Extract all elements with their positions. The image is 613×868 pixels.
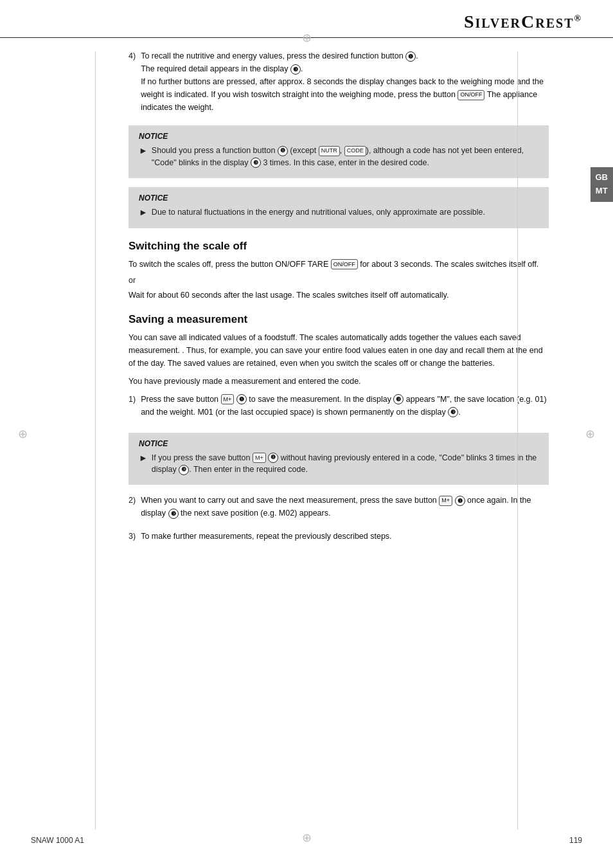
saving-step-3-para: To make further measurements, repeat the… <box>141 530 391 543</box>
notice-box-1: NOTICE ► Should you press a function but… <box>129 125 549 178</box>
notice-box-3: NOTICE ► If you press the save button M+… <box>129 433 549 485</box>
page: ⊕ ⊕ ⊕ ⊕ SilverCrest® GB MT 4) To recall … <box>0 0 613 868</box>
left-border <box>95 51 96 829</box>
step-4-para1: To recall the nutritive and energy value… <box>141 50 549 114</box>
saving-heading: Saving a measurement <box>129 313 549 326</box>
saving-intro: You can save all indicated values of a f… <box>129 331 549 370</box>
right-reg-mark: ⊕ <box>585 427 595 441</box>
saving-step-1: 1) Press the save button M+ ❶ to save th… <box>129 393 549 424</box>
icon-display-s2: ❸ <box>168 509 179 519</box>
saving-step-3: 3) To make further measurements, repeat … <box>129 530 549 548</box>
notice-2-title: NOTICE <box>139 194 538 203</box>
notice-1-text: Should you press a function button ❶ (ex… <box>152 145 538 169</box>
notice-2-text: Due to natural fluctuations in the energ… <box>152 206 485 219</box>
icon-function-button: ❶ <box>405 51 416 62</box>
saving-pre-step: You have previously made a measurement a… <box>129 375 549 388</box>
step-4-number: 4) <box>129 50 136 116</box>
notice-1-arrow: ► <box>139 144 148 158</box>
saving-step-1-text: Press the save button M+ ❶ to save the m… <box>141 393 549 424</box>
icon-btn-circle-notice: ❶ <box>268 453 278 463</box>
brand-name: SilverCrest® <box>464 12 582 32</box>
icon-btn-circle-2: ❶ <box>455 496 465 506</box>
saving-step-2: 2) When you want to carry out and save t… <box>129 494 549 525</box>
icon-display-s1: ❸ <box>393 394 404 404</box>
page-footer: SNAW 1000 A1 119 <box>0 836 613 845</box>
side-tab-gb: GB <box>596 171 609 185</box>
notice-3-text: If you press the save button M+ ❶ withou… <box>152 452 538 476</box>
icon-display1: ❸ <box>290 64 301 75</box>
icon-onoff-tare: ON/OFF <box>331 259 358 269</box>
icon-display-notice3: ❸ <box>179 465 189 475</box>
icon-except-1: NUTR <box>319 146 340 156</box>
icon-display-notice: ❸ <box>251 158 261 168</box>
notice-3-title: NOTICE <box>139 439 538 448</box>
saving-step-1-number: 1) <box>129 393 136 424</box>
notice-1-title: NOTICE <box>139 132 538 141</box>
saving-step-2-number: 2) <box>129 494 136 525</box>
step-4-text: To recall the nutritive and energy value… <box>141 50 549 116</box>
saving-step-3-text: To make further measurements, repeat the… <box>141 530 391 548</box>
icon-save-btn-notice: M+ <box>253 453 266 463</box>
or-separator: or <box>129 276 549 285</box>
main-content: 4) To recall the nutritive and energy va… <box>0 38 613 565</box>
icon-display-s1b: ❸ <box>448 407 458 417</box>
side-tab-mt: MT <box>596 185 609 198</box>
notice-3-item-1: ► If you press the save button M+ ❶ with… <box>139 452 538 476</box>
notice-1-item-1: ► Should you press a function button ❶ (… <box>139 145 538 169</box>
saving-step-3-number: 3) <box>129 530 136 548</box>
icon-except-2: CODE <box>344 146 366 156</box>
icon-save-btn-1: M+ <box>221 394 235 404</box>
switching-para1: To switch the scales off, press the butt… <box>129 258 549 271</box>
left-reg-mark: ⊕ <box>18 427 28 441</box>
icon-btn-circle-1: ❶ <box>236 394 247 404</box>
footer-model: SNAW 1000 A1 <box>31 836 84 845</box>
icon-onoff1: ON/OFF <box>458 90 484 100</box>
notice-box-2: NOTICE ► Due to natural fluctuations in … <box>129 187 549 228</box>
icon-func-btn-notice: ❶ <box>278 146 288 156</box>
notice-2-item-1: ► Due to natural fluctuations in the ene… <box>139 206 538 219</box>
brand-reg-symbol: ® <box>574 14 582 23</box>
right-border <box>517 51 518 829</box>
footer-page-number: 119 <box>569 836 582 845</box>
switching-para2: Wait for about 60 seconds after the last… <box>129 289 549 302</box>
step-4-item: 4) To recall the nutritive and energy va… <box>129 50 549 116</box>
icon-save-btn-2: M+ <box>439 496 452 506</box>
saving-step-2-para: When you want to carry out and save the … <box>141 494 549 520</box>
saving-step-2-text: When you want to carry out and save the … <box>141 494 549 525</box>
side-tab: GB MT <box>591 167 614 202</box>
notice-3-arrow: ► <box>139 451 148 465</box>
notice-2-arrow: ► <box>139 206 148 219</box>
switching-heading: Switching the scale off <box>129 240 549 253</box>
saving-step-1-para: Press the save button M+ ❶ to save the m… <box>141 393 549 419</box>
top-reg-mark: ⊕ <box>302 31 312 45</box>
